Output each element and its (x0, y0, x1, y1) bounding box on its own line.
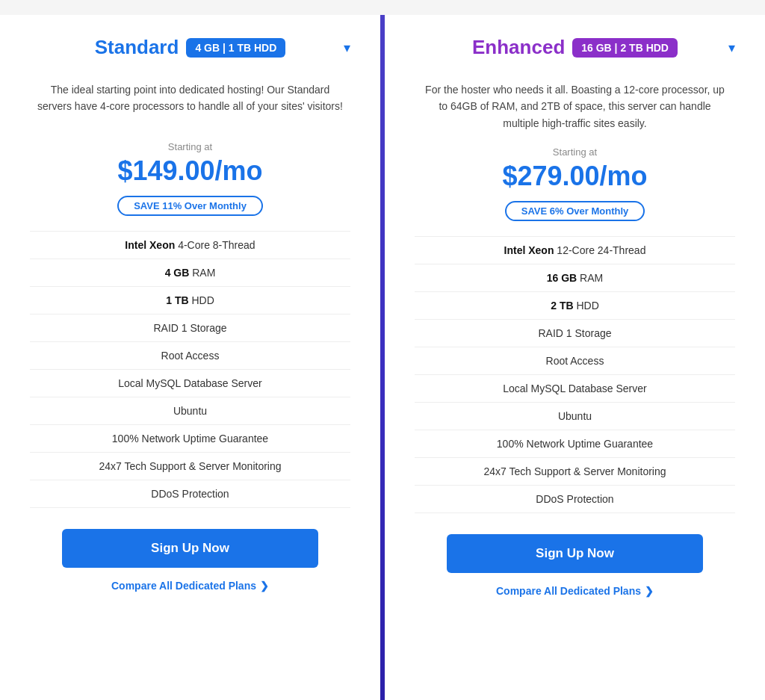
feature-bold-text: Intel Xeon (504, 244, 554, 256)
feature-regular-text: DDoS Protection (536, 493, 613, 505)
list-item: RAID 1 Storage (415, 320, 735, 347)
list-item: Local MySQL Database Server (415, 375, 735, 403)
plan-header-standard: Standard4 GB | 1 TB HDD▾ (30, 15, 350, 74)
feature-regular-text: 4-Core 8-Thread (175, 239, 255, 251)
plan-description-standard: The ideal starting point into dedicated … (30, 74, 350, 141)
save-badge-standard: SAVE 11% Over Monthly (117, 196, 263, 216)
feature-regular-text: RAID 1 Storage (538, 327, 611, 339)
list-item: Root Access (30, 342, 350, 370)
plan-name-enhanced: Enhanced (472, 36, 565, 59)
list-item: Intel Xeon 12-Core 24-Thread (415, 236, 735, 264)
feature-regular-text: RAID 1 Storage (153, 322, 226, 334)
list-item: Root Access (415, 347, 735, 375)
feature-regular-text: Ubuntu (558, 410, 592, 422)
feature-regular-text: Ubuntu (173, 405, 207, 417)
feature-regular-text: RAM (577, 272, 603, 284)
plan-price-enhanced: $279.00/mo (502, 161, 647, 192)
compare-link-standard[interactable]: Compare All Dedicated Plans❯ (111, 580, 269, 592)
plan-name-standard: Standard (95, 36, 179, 59)
feature-regular-text: 24x7 Tech Support & Server Monitoring (483, 465, 666, 477)
list-item: 4 GB RAM (30, 259, 350, 287)
plan-price-standard: $149.00/mo (117, 155, 262, 187)
feature-regular-text: RAM (189, 267, 215, 279)
list-item: 100% Network Uptime Guarantee (415, 430, 735, 458)
feature-regular-text: Root Access (546, 355, 604, 367)
features-list-enhanced: Intel Xeon 12-Core 24-Thread16 GB RAM2 T… (415, 236, 735, 513)
plans-container: Standard4 GB | 1 TB HDD▾The ideal starti… (0, 15, 765, 700)
list-item: RAID 1 Storage (30, 315, 350, 342)
feature-bold-text: 4 GB (165, 267, 190, 279)
list-item: 100% Network Uptime Guarantee (30, 425, 350, 453)
plan-card-enhanced: Enhanced16 GB | 2 TB HDD▾For the hoster … (385, 15, 765, 700)
plan-badge-enhanced: 16 GB | 2 TB HDD (572, 38, 678, 58)
feature-regular-text: 100% Network Uptime Guarantee (112, 433, 268, 445)
starting-at-label-enhanced: Starting at (553, 146, 597, 158)
list-item: 24x7 Tech Support & Server Monitoring (30, 453, 350, 480)
list-item: DDoS Protection (30, 480, 350, 508)
list-item: 16 GB RAM (415, 264, 735, 292)
plan-card-standard: Standard4 GB | 1 TB HDD▾The ideal starti… (0, 15, 380, 700)
list-item: 1 TB HDD (30, 287, 350, 315)
compare-link-text: Compare All Dedicated Plans (496, 585, 641, 597)
starting-at-label-standard: Starting at (168, 141, 212, 152)
signup-button-enhanced[interactable]: Sign Up Now (447, 534, 703, 573)
feature-bold-text: 16 GB (547, 272, 577, 284)
feature-regular-text: Local MySQL Database Server (503, 382, 646, 394)
list-item: DDoS Protection (415, 486, 735, 513)
feature-regular-text: HDD (574, 300, 599, 312)
feature-regular-text: 12-Core 24-Thread (554, 244, 645, 256)
plan-badge-standard: 4 GB | 1 TB HDD (186, 38, 285, 58)
feature-bold-text: 2 TB (551, 300, 573, 312)
list-item: Ubuntu (415, 403, 735, 430)
chevron-down-icon-enhanced[interactable]: ▾ (728, 40, 735, 56)
features-list-standard: Intel Xeon 4-Core 8-Thread4 GB RAM1 TB H… (30, 231, 350, 508)
feature-regular-text: Local MySQL Database Server (118, 377, 261, 389)
feature-regular-text: DDoS Protection (151, 488, 229, 500)
chevron-right-icon: ❯ (645, 585, 654, 597)
plan-header-enhanced: Enhanced16 GB | 2 TB HDD▾ (415, 15, 735, 74)
list-item: Local MySQL Database Server (30, 370, 350, 397)
feature-regular-text: 100% Network Uptime Guarantee (497, 438, 653, 450)
feature-regular-text: Root Access (161, 350, 220, 362)
feature-regular-text: HDD (189, 294, 214, 306)
save-badge-enhanced: SAVE 6% Over Monthly (505, 201, 645, 221)
list-item: Intel Xeon 4-Core 8-Thread (30, 231, 350, 259)
plan-description-enhanced: For the hoster who needs it all. Boastin… (415, 74, 735, 146)
chevron-right-icon: ❯ (260, 580, 269, 592)
signup-button-standard[interactable]: Sign Up Now (62, 529, 318, 568)
feature-bold-text: Intel Xeon (125, 239, 175, 251)
compare-link-text: Compare All Dedicated Plans (111, 580, 256, 592)
feature-regular-text: 24x7 Tech Support & Server Monitoring (99, 460, 281, 472)
chevron-down-icon-standard[interactable]: ▾ (344, 40, 350, 56)
compare-link-enhanced[interactable]: Compare All Dedicated Plans❯ (496, 585, 654, 597)
feature-bold-text: 1 TB (166, 294, 188, 306)
list-item: 24x7 Tech Support & Server Monitoring (415, 458, 735, 486)
list-item: 2 TB HDD (415, 292, 735, 320)
list-item: Ubuntu (30, 397, 350, 425)
